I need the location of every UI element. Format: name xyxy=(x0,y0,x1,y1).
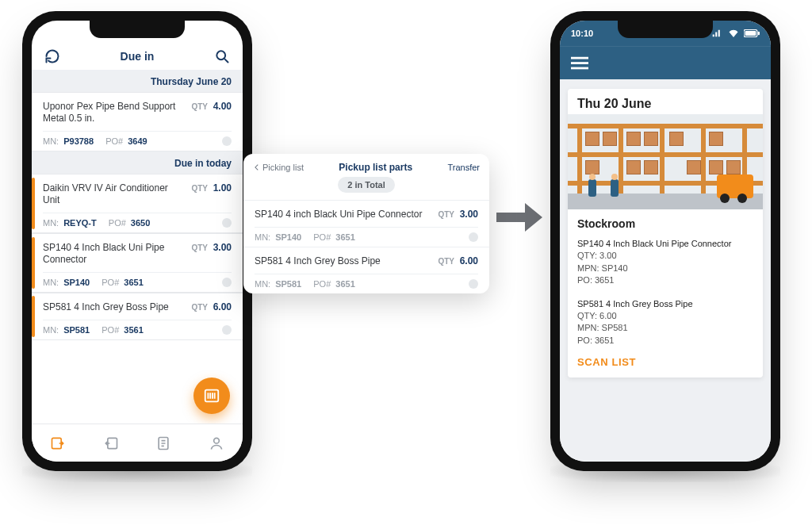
status-dot xyxy=(469,279,478,289)
section-header: Due in today xyxy=(32,151,243,174)
qty: QTY 6.00 xyxy=(438,255,478,266)
stock-item: SP581 4 Inch Grey Boss Pipe QTY: 6.00 MP… xyxy=(568,293,763,354)
phone-left-screen: Due in Thursday June 20 Uponor Pex Pipe … xyxy=(32,21,243,462)
tab-profile-icon[interactable] xyxy=(209,435,224,451)
due-in-row[interactable]: Daikin VRV IV Air Conditioner Unit QTY 1… xyxy=(32,174,243,233)
phone-left: Due in Thursday June 20 Uponor Pex Pipe … xyxy=(22,11,252,471)
due-in-row[interactable]: SP140 4 Inch Black Uni Pipe Connector QT… xyxy=(32,233,243,293)
notch xyxy=(90,21,185,38)
stock-item-qty: QTY: 3.00 xyxy=(577,250,753,262)
warehouse-illustration xyxy=(568,114,763,209)
svg-rect-11 xyxy=(571,62,588,64)
arrow-icon xyxy=(496,201,542,233)
phone-right: 10:10 Thu 20 June xyxy=(550,11,780,471)
svg-rect-10 xyxy=(571,56,588,59)
qty: QTY 6.00 xyxy=(191,301,232,312)
stock-title: Stockroom xyxy=(568,209,763,233)
stock-item-name: SP140 4 Inch Black Uni Pipe Connector xyxy=(577,238,753,250)
tab-in-icon[interactable] xyxy=(50,435,66,451)
item-title: SP140 4 inch Black Uni Pipe Connector xyxy=(255,209,430,220)
qty: QTY 3.00 xyxy=(438,209,478,220)
svg-rect-9 xyxy=(758,32,760,36)
status-dot xyxy=(222,325,232,335)
signal-icon xyxy=(712,29,723,37)
back-label: Picking list xyxy=(262,163,304,172)
status-dot xyxy=(222,218,232,228)
item-sub: MN: SP581 PO# 3651 xyxy=(255,274,478,289)
right-header xyxy=(560,46,771,79)
barcode-fab[interactable] xyxy=(193,378,230,414)
status-icons xyxy=(712,29,760,37)
item-sub: MN: SP140 PO# 3651 xyxy=(255,227,478,242)
item-title: Daikin VRV IV Air Conditioner Unit xyxy=(43,182,183,206)
status-time: 10:10 xyxy=(571,29,593,38)
item-sub: MN: REYQ-T PO# 3650 xyxy=(43,213,232,228)
stock-item-po: PO: 3651 xyxy=(577,335,753,347)
pickup-list-popup: Picking list Pickup list parts Transfer … xyxy=(243,154,489,293)
popup-total: 2 in Total xyxy=(243,179,489,200)
tab-out-icon[interactable] xyxy=(103,435,119,451)
item-sub: MN: SP581 PO# 3561 xyxy=(43,320,232,335)
tab-bar xyxy=(32,424,243,462)
stock-item-qty: QTY: 6.00 xyxy=(577,310,753,322)
left-title: Due in xyxy=(121,50,155,63)
stock-item-mpn: MPN: SP581 xyxy=(577,322,753,334)
stockroom-card: Thu 20 June Stockroom SP140 4 Inc xyxy=(568,89,763,378)
back-button[interactable]: Picking list xyxy=(253,163,304,172)
notch xyxy=(618,21,713,38)
svg-rect-8 xyxy=(745,31,756,36)
popup-row[interactable]: SP581 4 Inch Grey Boss Pipe QTY 6.00 MN:… xyxy=(243,247,489,293)
popup-title: Pickup list parts xyxy=(304,162,447,173)
svg-point-0 xyxy=(216,51,225,59)
svg-rect-12 xyxy=(571,67,588,69)
item-sub: MN: P93788 PO# 3649 xyxy=(43,131,232,146)
search-icon[interactable] xyxy=(214,48,230,64)
item-title: Uponor Pex Pipe Bend Support Metal 0.5 i… xyxy=(43,101,183,125)
tab-list-icon[interactable] xyxy=(155,435,171,451)
item-title: SP140 4 Inch Black Uni Pipe Connector xyxy=(43,242,183,266)
status-dot xyxy=(222,278,232,287)
status-dot xyxy=(469,232,478,242)
menu-icon[interactable] xyxy=(571,56,588,71)
battery-icon xyxy=(744,29,760,37)
qty: QTY 1.00 xyxy=(191,182,232,194)
scan-list-button[interactable]: SCAN LIST xyxy=(568,353,763,378)
due-in-row[interactable]: Uponor Pex Pipe Bend Support Metal 0.5 i… xyxy=(32,92,243,151)
stock-item: SP140 4 Inch Black Uni Pipe Connector QT… xyxy=(568,233,763,293)
item-title: SP581 4 Inch Grey Boss Pipe xyxy=(43,301,183,313)
card-date: Thu 20 June xyxy=(568,89,763,114)
due-in-row[interactable]: SP581 4 Inch Grey Boss Pipe QTY 6.00 MN:… xyxy=(32,293,243,340)
section-header: Thursday June 20 xyxy=(32,70,243,92)
refresh-icon[interactable] xyxy=(44,48,60,64)
qty: QTY 3.00 xyxy=(191,242,232,253)
stock-item-po: PO: 3651 xyxy=(577,274,753,286)
item-sub: MN: SP140 PO# 3651 xyxy=(43,272,232,287)
transfer-button[interactable]: Transfer xyxy=(447,163,480,172)
item-title: SP581 4 Inch Grey Boss Pipe xyxy=(255,255,430,267)
right-body: Thu 20 June Stockroom SP140 4 Inc xyxy=(560,79,771,462)
qty: QTY 4.00 xyxy=(191,101,232,112)
phone-right-screen: 10:10 Thu 20 June xyxy=(560,21,771,462)
svg-rect-6 xyxy=(496,213,525,222)
status-dot xyxy=(222,136,232,146)
popup-row[interactable]: SP140 4 inch Black Uni Pipe Connector QT… xyxy=(243,200,489,247)
stock-item-name: SP581 4 Inch Grey Boss Pipe xyxy=(577,298,753,310)
wifi-icon xyxy=(728,29,739,37)
svg-point-5 xyxy=(213,438,219,443)
stock-item-mpn: MPN: SP140 xyxy=(577,263,753,274)
